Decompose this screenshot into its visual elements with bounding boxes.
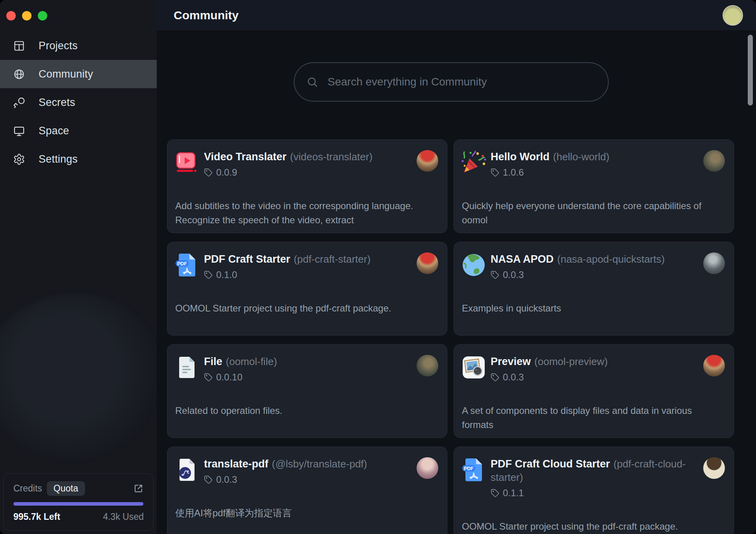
package-version: 0.0.9	[216, 167, 237, 178]
search-bar	[294, 62, 609, 102]
tag-icon	[491, 373, 499, 382]
package-card[interactable]: NASA APOD(nasa-apod-quickstarts) 0.0.3 E…	[454, 242, 734, 336]
close-button[interactable]	[6, 11, 16, 20]
author-avatar[interactable]	[703, 457, 725, 479]
app-window: Projects Community Secrets Space Setting…	[0, 0, 756, 534]
user-avatar[interactable]	[723, 5, 743, 26]
package-card[interactable]: Video Translater(videos-translater) 0.0.…	[167, 139, 447, 233]
quota-tab[interactable]: Quota	[47, 481, 85, 496]
author-avatar[interactable]	[703, 252, 725, 274]
header-bar: Community	[157, 0, 756, 31]
settings-icon	[13, 153, 25, 165]
package-description: Add subtitles to the video in the corres…	[175, 199, 419, 227]
package-slug: (hello-world)	[553, 151, 610, 163]
credits-left-value: 995.7k Left	[13, 512, 60, 522]
author-avatar[interactable]	[703, 150, 725, 172]
package-name: File	[204, 356, 222, 367]
party-popper-logo	[461, 150, 486, 175]
quota-progress-fill	[13, 502, 143, 506]
package-version: 0.1.1	[503, 487, 524, 499]
sidebar-item-label: Community	[39, 68, 93, 80]
package-slug: (pdf-craft-starter)	[294, 253, 371, 265]
sidebar-item-settings[interactable]: Settings	[0, 145, 157, 173]
secrets-icon	[13, 96, 25, 109]
package-version: 0.0.3	[216, 474, 237, 486]
package-card[interactable]: Preview(oomol-preview) 0.0.3 A set of co…	[454, 344, 734, 438]
file-document-logo	[174, 355, 200, 380]
community-icon	[13, 68, 25, 80]
package-name: Preview	[491, 356, 531, 367]
svg-text:PDF: PDF	[464, 466, 474, 471]
author-avatar[interactable]	[417, 150, 438, 172]
author-avatar[interactable]	[417, 252, 438, 274]
sidebar-item-space[interactable]: Space	[0, 117, 157, 145]
quota-progress-bar	[13, 502, 144, 506]
package-description: Quickly help everyone understand the cor…	[462, 199, 706, 227]
package-card[interactable]: PDF PDF Craft Cloud Starter(pdf-craft-cl…	[454, 447, 734, 534]
tag-icon	[204, 373, 213, 382]
package-version: 1.0.6	[503, 167, 524, 178]
package-version: 0.1.0	[216, 269, 237, 281]
credits-tab[interactable]: Credits	[13, 483, 42, 494]
translate-pdf-logo	[174, 457, 200, 482]
package-name: PDF Craft Cloud Starter	[491, 458, 610, 470]
author-avatar[interactable]	[703, 355, 725, 376]
sidebar-nav: Projects Community Secrets Space Setting…	[0, 32, 157, 173]
package-name: PDF Craft Starter	[204, 253, 290, 265]
projects-icon	[13, 40, 25, 52]
sidebar-item-label: Projects	[39, 40, 78, 52]
earth-globe-logo	[461, 252, 486, 278]
author-avatar[interactable]	[417, 355, 438, 376]
package-card[interactable]: Hello World(hello-world) 1.0.6 Quickly h…	[454, 139, 734, 233]
search-input[interactable]	[295, 63, 608, 101]
package-version: 0.0.3	[503, 269, 524, 281]
tag-icon	[491, 489, 499, 497]
package-grid: Video Translater(videos-translater) 0.0.…	[167, 139, 734, 534]
traffic-lights	[6, 11, 47, 20]
sidebar-item-community[interactable]: Community	[0, 60, 157, 88]
tag-icon	[204, 475, 213, 484]
tag-icon	[491, 271, 499, 279]
scrollbar-thumb[interactable]	[748, 35, 753, 106]
tag-icon	[491, 168, 499, 177]
sidebar: Projects Community Secrets Space Setting…	[0, 0, 157, 534]
sidebar-item-label: Space	[39, 125, 69, 137]
package-description: Examples in quickstarts	[462, 301, 706, 315]
package-name: translate-pdf	[204, 458, 269, 470]
package-description: 使用AI将pdf翻译为指定语言	[175, 506, 419, 520]
package-slug: (oomol-file)	[226, 356, 277, 367]
package-card[interactable]: PDF PDF Craft Starter(pdf-craft-starter)…	[167, 242, 447, 336]
package-card[interactable]: File(oomol-file) 0.0.10 Related to opera…	[167, 344, 447, 438]
sidebar-item-label: Secrets	[39, 96, 75, 109]
credits-used-value: 4.3k Used	[103, 512, 144, 522]
author-avatar[interactable]	[417, 457, 438, 479]
package-slug: (@lsby/translate-pdf)	[272, 458, 367, 470]
minimize-button[interactable]	[22, 11, 32, 20]
package-name: Video Translater	[204, 151, 287, 163]
package-name: NASA APOD	[491, 253, 554, 265]
svg-text:PDF: PDF	[177, 261, 187, 267]
package-slug: (videos-translater)	[290, 151, 373, 163]
zoom-button[interactable]	[38, 11, 47, 20]
pdf-file-logo: PDF	[461, 457, 486, 482]
pdf-file-logo: PDF	[174, 252, 200, 278]
space-icon	[13, 125, 25, 137]
package-version: 0.0.3	[503, 371, 524, 383]
sidebar-item-label: Settings	[39, 153, 78, 165]
package-version: 0.0.10	[216, 371, 243, 383]
video-translator-logo	[174, 150, 200, 175]
package-name: Hello World	[491, 151, 550, 163]
package-description: Related to operation files.	[175, 404, 419, 418]
sidebar-item-projects[interactable]: Projects	[0, 32, 157, 60]
page-title: Community	[174, 9, 239, 22]
package-description: OOMOL Starter project using the pdf-craf…	[462, 519, 706, 534]
sidebar-item-secrets[interactable]: Secrets	[0, 88, 157, 117]
package-description: A set of components to display files and…	[462, 404, 706, 432]
package-slug: (nasa-apod-quickstarts)	[557, 253, 665, 265]
credits-panel: Credits Quota 995.7k Left 4.3k Used	[3, 473, 154, 531]
tag-icon	[204, 168, 213, 177]
package-card[interactable]: translate-pdf(@lsby/translate-pdf) 0.0.3…	[167, 447, 447, 534]
external-link-icon[interactable]	[133, 483, 144, 494]
tag-icon	[204, 271, 213, 279]
package-description: OOMOL Starter project using the pdf-craf…	[175, 301, 419, 315]
